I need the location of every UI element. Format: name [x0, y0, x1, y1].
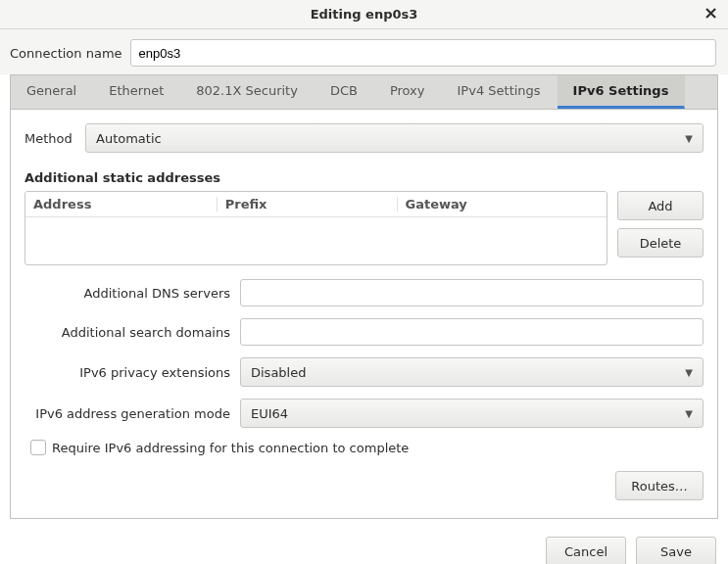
save-button[interactable]: Save: [636, 537, 716, 564]
genmode-select[interactable]: EUI64 ▼: [240, 399, 704, 428]
domains-input[interactable]: [240, 318, 704, 346]
addresses-area: Address Prefix Gateway Add Delete: [24, 191, 704, 265]
close-icon[interactable]: ×: [704, 4, 718, 22]
addresses-table[interactable]: Address Prefix Gateway: [24, 191, 607, 265]
dns-label: Additional DNS servers: [24, 286, 230, 301]
addresses-section-label: Additional static addresses: [24, 170, 704, 185]
connection-name-row: Connection name: [0, 29, 728, 74]
privacy-value: Disabled: [251, 365, 306, 380]
tab-general[interactable]: General: [11, 75, 93, 109]
titlebar: Editing enp0s3 ×: [0, 0, 728, 29]
tab-proxy[interactable]: Proxy: [374, 75, 442, 109]
chevron-down-icon: ▼: [685, 133, 693, 144]
tab-ethernet[interactable]: Ethernet: [93, 75, 180, 109]
require-label: Require IPv6 addressing for this connect…: [52, 441, 409, 455]
method-label: Method: [24, 131, 72, 146]
col-address: Address: [25, 197, 218, 212]
routes-row: Routes…: [24, 471, 704, 500]
privacy-select[interactable]: Disabled ▼: [240, 357, 704, 387]
delete-button[interactable]: Delete: [617, 228, 704, 258]
dns-row: Additional DNS servers: [24, 279, 704, 306]
genmode-label: IPv6 address generation mode: [24, 406, 230, 421]
add-button[interactable]: Add: [617, 191, 704, 220]
domains-row: Additional search domains: [24, 318, 704, 346]
method-value: Automatic: [96, 131, 162, 146]
col-gateway: Gateway: [398, 197, 607, 212]
chevron-down-icon: ▼: [685, 367, 693, 378]
footer: Cancel Save: [0, 529, 728, 564]
dns-input[interactable]: [240, 279, 704, 306]
connection-name-label: Connection name: [10, 46, 122, 61]
domains-label: Additional search domains: [24, 325, 230, 340]
tab-ipv4-settings[interactable]: IPv4 Settings: [442, 75, 558, 109]
method-row: Method Automatic ▼: [24, 123, 704, 153]
tab-dcb[interactable]: DCB: [315, 75, 374, 109]
addresses-header: Address Prefix Gateway: [25, 192, 607, 217]
addresses-buttons: Add Delete: [617, 191, 704, 258]
privacy-row: IPv6 privacy extensions Disabled ▼: [24, 357, 704, 387]
col-prefix: Prefix: [218, 197, 398, 212]
tab-8021x-security[interactable]: 802.1X Security: [180, 75, 315, 109]
cancel-button[interactable]: Cancel: [546, 537, 626, 564]
chevron-down-icon: ▼: [685, 408, 693, 419]
routes-button[interactable]: Routes…: [615, 471, 704, 500]
form-rows: Additional DNS servers Additional search…: [24, 279, 704, 455]
tabs: General Ethernet 802.1X Security DCB Pro…: [10, 74, 718, 110]
panel-ipv6: Method Automatic ▼ Additional static add…: [10, 110, 718, 519]
require-checkbox[interactable]: [30, 440, 46, 455]
method-select[interactable]: Automatic ▼: [85, 123, 704, 153]
window-title: Editing enp0s3: [311, 7, 418, 22]
privacy-label: IPv6 privacy extensions: [24, 365, 230, 380]
genmode-row: IPv6 address generation mode EUI64 ▼: [24, 399, 704, 428]
tab-ipv6-settings[interactable]: IPv6 Settings: [558, 75, 686, 109]
genmode-value: EUI64: [251, 406, 288, 421]
require-row: Require IPv6 addressing for this connect…: [30, 440, 704, 455]
connection-name-input[interactable]: [130, 39, 716, 67]
